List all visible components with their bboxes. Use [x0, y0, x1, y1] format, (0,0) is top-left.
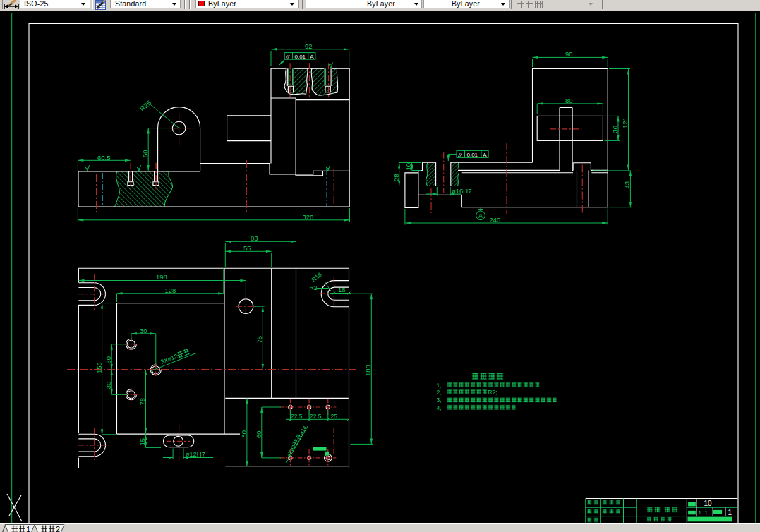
svg-text:4,: 4,	[437, 404, 442, 411]
svg-text:R18: R18	[310, 271, 323, 284]
svg-text:90: 90	[565, 50, 573, 58]
svg-text:R2: R2	[310, 284, 318, 291]
svg-text:A: A	[483, 152, 487, 158]
svg-text:R25: R25	[138, 99, 152, 113]
svg-text:30: 30	[104, 356, 112, 364]
svg-text:50: 50	[141, 150, 149, 157]
svg-text:30: 30	[611, 126, 619, 133]
svg-text:320: 320	[303, 213, 314, 221]
svg-text:25: 25	[331, 413, 338, 420]
svg-text:1: 1: 1: 1	[699, 509, 708, 516]
svg-text:18: 18	[338, 286, 346, 294]
svg-text:156: 156	[95, 362, 103, 373]
svg-text:240: 240	[490, 216, 501, 224]
svg-text:A: A	[478, 212, 483, 219]
svg-text:128: 128	[165, 286, 176, 294]
svg-text:22.5: 22.5	[291, 413, 303, 420]
svg-text:1: 1	[728, 509, 732, 516]
svg-text:55: 55	[243, 244, 251, 252]
svg-text:2,: 2,	[437, 389, 442, 396]
svg-text:28: 28	[392, 174, 400, 181]
svg-text:60.5: 60.5	[97, 154, 111, 162]
svg-text:10: 10	[404, 163, 412, 171]
svg-text:ø14: ø14	[298, 425, 308, 436]
svg-text:ø16H7: ø16H7	[452, 187, 472, 195]
svg-text:4Xø9: 4Xø9	[285, 444, 297, 458]
svg-text:121: 121	[621, 117, 629, 128]
svg-text:A: A	[310, 54, 314, 60]
svg-text:80: 80	[565, 97, 573, 104]
svg-text:2: 2	[56, 525, 60, 532]
svg-text:ø12H7: ø12H7	[186, 450, 206, 458]
svg-text:0.01: 0.01	[467, 152, 478, 158]
svg-text:80: 80	[240, 430, 248, 438]
svg-text:180: 180	[364, 365, 372, 376]
svg-text:78: 78	[138, 398, 146, 406]
svg-text://: //	[458, 152, 462, 158]
svg-text:75: 75	[255, 336, 263, 344]
svg-text:60: 60	[255, 430, 263, 438]
svg-text:10: 10	[704, 500, 713, 507]
svg-text:30: 30	[104, 382, 112, 389]
svg-text:198: 198	[156, 273, 167, 281]
svg-text:15: 15	[138, 438, 146, 446]
svg-text:22.5: 22.5	[310, 413, 322, 420]
svg-text:0.01: 0.01	[295, 54, 306, 60]
svg-text:3,: 3,	[437, 397, 442, 404]
svg-text:83: 83	[251, 234, 258, 242]
svg-text:1: 1	[26, 525, 30, 532]
svg-text:92: 92	[305, 42, 313, 50]
svg-text:R2;: R2;	[488, 389, 497, 396]
svg-text:30: 30	[140, 327, 147, 334]
svg-text:43: 43	[623, 181, 631, 189]
svg-text:1,: 1,	[437, 382, 442, 389]
svg-text://: //	[286, 54, 290, 60]
